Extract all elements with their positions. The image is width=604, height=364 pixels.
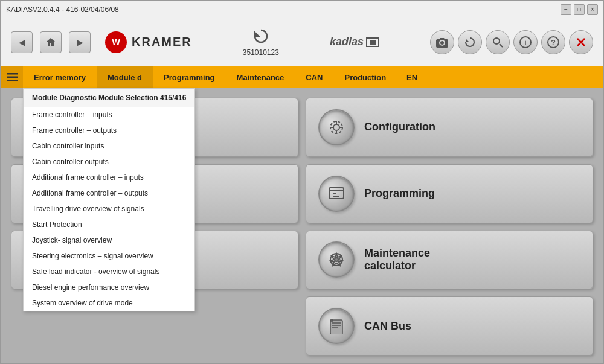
close-window-button[interactable]: ×: [587, 4, 598, 15]
kadias-text: kadias: [330, 36, 364, 48]
configuration-label: Configuration: [364, 121, 435, 133]
forward-button[interactable]: ▶: [69, 31, 91, 53]
dropdown-item-4[interactable]: Cabin controller outputs: [24, 154, 194, 170]
dropdown-item-3[interactable]: Cabin controller inputs: [24, 138, 194, 154]
maintenance-calc-label: Maintenancecalculator: [364, 247, 430, 272]
can-bus-icon: [318, 308, 355, 344]
svg-rect-10: [7, 73, 18, 75]
dropdown-item-11[interactable]: Safe load indicator - overview of signal…: [24, 264, 194, 279]
nav-item-error-memory[interactable]: Error memory: [23, 66, 97, 88]
dropdown-item-12[interactable]: Diesel engine performance overview: [24, 279, 194, 295]
dropdown-item-8[interactable]: Start Protection: [24, 217, 194, 232]
camera-button[interactable]: [430, 30, 454, 54]
svg-rect-12: [7, 80, 18, 81]
svg-rect-32: [330, 320, 342, 334]
svg-point-15: [333, 124, 339, 130]
dropdown-item-5[interactable]: Additional frame controller – inputs: [24, 170, 194, 185]
programming-label: Programming: [364, 187, 435, 200]
dropdown-item-0[interactable]: Module Diagnostic Module Selection 415/4…: [24, 89, 194, 107]
search-button[interactable]: [486, 30, 510, 54]
back-button[interactable]: ◀: [11, 31, 33, 53]
dropdown-item-10[interactable]: Steering electronics – signal overview: [24, 248, 194, 264]
maximize-button[interactable]: □: [574, 4, 585, 15]
can-bus-label: CAN Bus: [364, 320, 411, 333]
dropdown-item-9[interactable]: Joystick- signal overview: [24, 232, 194, 248]
home-button[interactable]: [40, 31, 62, 53]
svg-marker-1: [466, 39, 469, 42]
svg-rect-11: [7, 77, 18, 78]
help-button[interactable]: ?: [541, 30, 565, 54]
nav-item-lang[interactable]: EN: [397, 73, 427, 82]
nav-item-can[interactable]: CAN: [295, 66, 333, 88]
tile-configuration[interactable]: Configuration: [306, 98, 593, 157]
nav-item-maintenance[interactable]: Maintenance: [226, 66, 295, 88]
maintenance-calc-icon: [318, 241, 355, 278]
dropdown-item-13[interactable]: System overview of drive mode: [24, 295, 194, 311]
serial-number: 351010123: [243, 48, 279, 57]
dropdown-item-1[interactable]: Frame controller – inputs: [24, 107, 194, 123]
title-bar-controls: − □ ×: [561, 4, 598, 15]
nav-items: Error memory Module d Programming Mainte…: [23, 66, 427, 88]
nav-item-module-d[interactable]: Module d: [97, 66, 153, 88]
tile-maintenance-calc[interactable]: Maintenancecalculator: [306, 231, 593, 290]
info-button[interactable]: i: [513, 30, 538, 54]
title-bar: KADIASV2.0.4.4 - 416-02/04/06/08 − □ ×: [1, 1, 603, 18]
refresh-button[interactable]: [458, 30, 482, 54]
configuration-icon: [318, 109, 355, 145]
nav-item-programming[interactable]: Programming: [153, 66, 226, 88]
programming-icon: [318, 176, 355, 212]
header: ◀ ▶ W KRAMER 351010123 kadias: [1, 18, 603, 66]
dropdown-item-7[interactable]: Travelling drive overview of signals: [24, 201, 194, 217]
svg-marker-0: [255, 33, 259, 36]
serial-area: 351010123: [243, 28, 279, 57]
dropdown-menu: Module Diagnostic Module Selection 415/4…: [23, 88, 195, 311]
tile-programming[interactable]: Programming: [306, 164, 593, 223]
brand-name: KRAMER: [132, 35, 192, 49]
svg-point-2: [493, 38, 500, 44]
refresh-icon: [252, 28, 269, 48]
svg-text:i: i: [524, 39, 526, 47]
dropdown-item-2[interactable]: Frame controller – outputs: [24, 123, 194, 138]
nav-menu: Error memory Module d Programming Mainte…: [1, 66, 603, 88]
exit-button[interactable]: [569, 30, 593, 54]
svg-text:?: ?: [551, 38, 556, 47]
svg-point-31: [335, 258, 338, 261]
hamburger-button[interactable]: [1, 66, 23, 88]
dropdown-item-6[interactable]: Additional frame controller – outputs: [24, 185, 194, 201]
title-bar-title: KADIASV2.0.4.4 - 416-02/04/06/08: [6, 5, 119, 14]
w-logo-icon: W: [105, 31, 127, 53]
minimize-button[interactable]: −: [561, 4, 571, 15]
kadias-logo: kadias: [330, 36, 379, 48]
svg-line-3: [500, 44, 503, 47]
tile-can-bus[interactable]: CAN Bus: [306, 296, 593, 356]
header-icons: i ?: [430, 30, 593, 54]
nav-item-production[interactable]: Production: [333, 66, 397, 88]
kadias-icon: [366, 37, 379, 47]
brand-logo-area: W KRAMER: [105, 31, 192, 53]
